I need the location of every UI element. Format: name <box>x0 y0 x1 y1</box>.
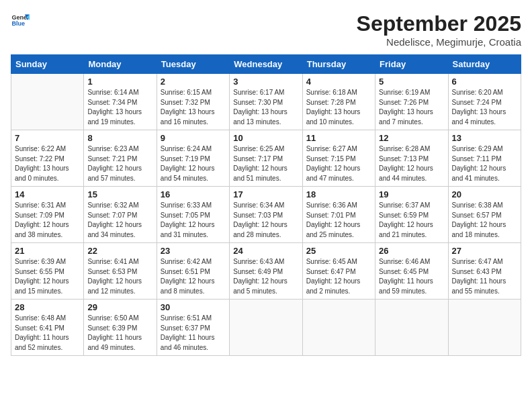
day-number: 19 <box>379 189 444 199</box>
day-info: Sunrise: 6:50 AM Sunset: 6:39 PM Dayligh… <box>87 314 152 353</box>
calendar-cell: 15Sunrise: 6:32 AM Sunset: 7:07 PM Dayli… <box>84 187 157 243</box>
day-info: Sunrise: 6:36 AM Sunset: 7:01 PM Dayligh… <box>306 201 371 240</box>
title-area: September 2025 Nedelisce, Megimurje, Cro… <box>357 11 521 48</box>
calendar-cell: 30Sunrise: 6:51 AM Sunset: 6:37 PM Dayli… <box>157 300 229 356</box>
weekday-header-thursday: Thursday <box>302 55 375 74</box>
calendar-cell: 18Sunrise: 6:36 AM Sunset: 7:01 PM Dayli… <box>302 187 375 243</box>
day-number: 1 <box>87 77 152 87</box>
day-info: Sunrise: 6:41 AM Sunset: 6:53 PM Dayligh… <box>87 257 152 296</box>
day-info: Sunrise: 6:20 AM Sunset: 7:24 PM Dayligh… <box>452 88 517 127</box>
weekday-header-tuesday: Tuesday <box>157 55 229 74</box>
day-info: Sunrise: 6:24 AM Sunset: 7:19 PM Dayligh… <box>161 144 226 183</box>
day-number: 18 <box>306 189 371 199</box>
weekday-header-wednesday: Wednesday <box>230 55 302 74</box>
day-number: 20 <box>452 189 517 199</box>
week-row-4: 21Sunrise: 6:39 AM Sunset: 6:55 PM Dayli… <box>11 243 521 300</box>
calendar-cell: 10Sunrise: 6:25 AM Sunset: 7:17 PM Dayli… <box>230 130 302 187</box>
day-number: 14 <box>15 189 80 199</box>
calendar-cell: 27Sunrise: 6:47 AM Sunset: 6:43 PM Dayli… <box>448 243 521 300</box>
calendar-cell: 5Sunrise: 6:19 AM Sunset: 7:26 PM Daylig… <box>375 74 448 130</box>
calendar-cell <box>11 74 84 130</box>
calendar-cell <box>448 300 521 356</box>
day-info: Sunrise: 6:43 AM Sunset: 6:49 PM Dayligh… <box>233 257 298 296</box>
calendar-cell: 13Sunrise: 6:29 AM Sunset: 7:11 PM Dayli… <box>448 130 521 187</box>
day-info: Sunrise: 6:46 AM Sunset: 6:45 PM Dayligh… <box>379 257 444 296</box>
day-info: Sunrise: 6:23 AM Sunset: 7:21 PM Dayligh… <box>87 144 152 183</box>
week-row-5: 28Sunrise: 6:48 AM Sunset: 6:41 PM Dayli… <box>11 300 521 356</box>
calendar-cell: 12Sunrise: 6:28 AM Sunset: 7:13 PM Dayli… <box>375 130 448 187</box>
day-number: 5 <box>379 77 444 87</box>
day-info: Sunrise: 6:48 AM Sunset: 6:41 PM Dayligh… <box>15 314 80 353</box>
day-number: 29 <box>87 302 152 312</box>
day-info: Sunrise: 6:45 AM Sunset: 6:47 PM Dayligh… <box>306 257 371 296</box>
day-number: 11 <box>306 133 371 143</box>
calendar-cell: 9Sunrise: 6:24 AM Sunset: 7:19 PM Daylig… <box>157 130 229 187</box>
calendar-cell: 2Sunrise: 6:15 AM Sunset: 7:32 PM Daylig… <box>157 74 229 130</box>
day-info: Sunrise: 6:34 AM Sunset: 7:03 PM Dayligh… <box>233 201 298 240</box>
day-number: 4 <box>306 77 371 87</box>
day-info: Sunrise: 6:33 AM Sunset: 7:05 PM Dayligh… <box>161 201 226 240</box>
calendar-cell: 7Sunrise: 6:22 AM Sunset: 7:22 PM Daylig… <box>11 130 84 187</box>
calendar-cell: 6Sunrise: 6:20 AM Sunset: 7:24 PM Daylig… <box>448 74 521 130</box>
calendar-cell: 1Sunrise: 6:14 AM Sunset: 7:34 PM Daylig… <box>84 74 157 130</box>
week-row-1: 1Sunrise: 6:14 AM Sunset: 7:34 PM Daylig… <box>11 74 521 130</box>
day-number: 10 <box>233 133 298 143</box>
calendar-cell: 21Sunrise: 6:39 AM Sunset: 6:55 PM Dayli… <box>11 243 84 300</box>
calendar-cell: 20Sunrise: 6:38 AM Sunset: 6:57 PM Dayli… <box>448 187 521 243</box>
calendar-cell: 4Sunrise: 6:18 AM Sunset: 7:28 PM Daylig… <box>302 74 375 130</box>
day-info: Sunrise: 6:19 AM Sunset: 7:26 PM Dayligh… <box>379 88 444 127</box>
week-row-3: 14Sunrise: 6:31 AM Sunset: 7:09 PM Dayli… <box>11 187 521 243</box>
day-number: 3 <box>233 77 298 87</box>
day-info: Sunrise: 6:28 AM Sunset: 7:13 PM Dayligh… <box>379 144 444 183</box>
day-info: Sunrise: 6:38 AM Sunset: 6:57 PM Dayligh… <box>452 201 517 240</box>
calendar-cell <box>375 300 448 356</box>
day-info: Sunrise: 6:17 AM Sunset: 7:30 PM Dayligh… <box>233 88 298 127</box>
day-number: 2 <box>161 77 226 87</box>
calendar-cell: 16Sunrise: 6:33 AM Sunset: 7:05 PM Dayli… <box>157 187 229 243</box>
day-info: Sunrise: 6:14 AM Sunset: 7:34 PM Dayligh… <box>87 88 152 127</box>
calendar-cell: 17Sunrise: 6:34 AM Sunset: 7:03 PM Dayli… <box>230 187 302 243</box>
day-info: Sunrise: 6:32 AM Sunset: 7:07 PM Dayligh… <box>87 201 152 240</box>
day-number: 22 <box>87 246 152 256</box>
calendar-cell: 26Sunrise: 6:46 AM Sunset: 6:45 PM Dayli… <box>375 243 448 300</box>
day-number: 7 <box>15 133 80 143</box>
day-info: Sunrise: 6:18 AM Sunset: 7:28 PM Dayligh… <box>306 88 371 127</box>
day-number: 26 <box>379 246 444 256</box>
calendar-cell: 11Sunrise: 6:27 AM Sunset: 7:15 PM Dayli… <box>302 130 375 187</box>
day-number: 24 <box>233 246 298 256</box>
day-number: 12 <box>379 133 444 143</box>
svg-text:Blue: Blue <box>11 20 25 27</box>
day-info: Sunrise: 6:51 AM Sunset: 6:37 PM Dayligh… <box>161 314 226 353</box>
day-number: 13 <box>452 133 517 143</box>
weekday-header-saturday: Saturday <box>448 55 521 74</box>
day-number: 28 <box>15 302 80 312</box>
header: General Blue September 2025 Nedelisce, M… <box>11 11 521 48</box>
day-info: Sunrise: 6:22 AM Sunset: 7:22 PM Dayligh… <box>15 144 80 183</box>
calendar-cell <box>302 300 375 356</box>
day-number: 27 <box>452 246 517 256</box>
logo: General Blue <box>11 11 30 30</box>
header-row: SundayMondayTuesdayWednesdayThursdayFrid… <box>11 55 521 74</box>
day-number: 8 <box>87 133 152 143</box>
week-row-2: 7Sunrise: 6:22 AM Sunset: 7:22 PM Daylig… <box>11 130 521 187</box>
calendar-cell: 22Sunrise: 6:41 AM Sunset: 6:53 PM Dayli… <box>84 243 157 300</box>
day-info: Sunrise: 6:25 AM Sunset: 7:17 PM Dayligh… <box>233 144 298 183</box>
day-info: Sunrise: 6:27 AM Sunset: 7:15 PM Dayligh… <box>306 144 371 183</box>
day-info: Sunrise: 6:15 AM Sunset: 7:32 PM Dayligh… <box>161 88 226 127</box>
day-info: Sunrise: 6:47 AM Sunset: 6:43 PM Dayligh… <box>452 257 517 296</box>
day-info: Sunrise: 6:31 AM Sunset: 7:09 PM Dayligh… <box>15 201 80 240</box>
calendar-cell: 28Sunrise: 6:48 AM Sunset: 6:41 PM Dayli… <box>11 300 84 356</box>
logo-icon: General Blue <box>11 11 30 30</box>
day-number: 9 <box>161 133 226 143</box>
calendar-cell: 14Sunrise: 6:31 AM Sunset: 7:09 PM Dayli… <box>11 187 84 243</box>
calendar-cell: 8Sunrise: 6:23 AM Sunset: 7:21 PM Daylig… <box>84 130 157 187</box>
calendar-cell: 23Sunrise: 6:42 AM Sunset: 6:51 PM Dayli… <box>157 243 229 300</box>
day-info: Sunrise: 6:37 AM Sunset: 6:59 PM Dayligh… <box>379 201 444 240</box>
calendar-title: September 2025 <box>357 11 521 36</box>
calendar-cell: 24Sunrise: 6:43 AM Sunset: 6:49 PM Dayli… <box>230 243 302 300</box>
day-number: 23 <box>161 246 226 256</box>
weekday-header-friday: Friday <box>375 55 448 74</box>
day-info: Sunrise: 6:42 AM Sunset: 6:51 PM Dayligh… <box>161 257 226 296</box>
weekday-header-monday: Monday <box>84 55 157 74</box>
calendar-subtitle: Nedelisce, Megimurje, Croatia <box>357 36 521 48</box>
